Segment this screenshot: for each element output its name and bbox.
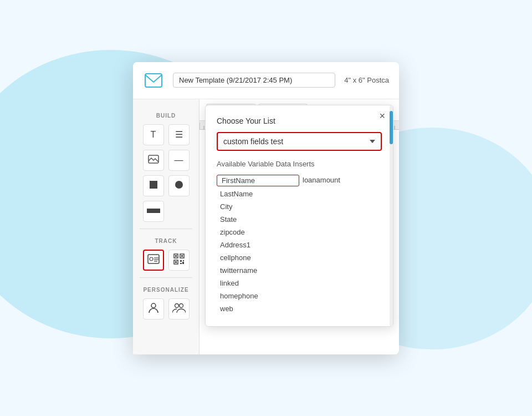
scroll-track xyxy=(390,105,393,326)
modal-title: Choose Your List xyxy=(217,116,382,125)
variable-item[interactable]: web xyxy=(217,302,299,315)
personalize-section-title: PERSONALIZE xyxy=(133,287,199,293)
variable-item[interactable]: City xyxy=(217,200,299,213)
circle-icon xyxy=(174,180,184,192)
svg-rect-13 xyxy=(175,255,177,257)
sidebar-divider-1 xyxy=(140,229,192,229)
svg-rect-20 xyxy=(180,263,182,264)
variable-item[interactable]: State xyxy=(217,213,299,226)
scroll-thumb xyxy=(390,111,393,144)
scroll-indicator[interactable] xyxy=(390,105,393,326)
variable-item[interactable]: twittername xyxy=(217,264,299,277)
svg-point-24 xyxy=(179,303,183,307)
track-icons-grid xyxy=(135,250,197,271)
svg-rect-6 xyxy=(147,209,160,213)
people-button[interactable] xyxy=(168,298,190,319)
contact-card-button[interactable] xyxy=(143,250,164,271)
svg-point-8 xyxy=(150,257,153,261)
sidebar-divider-2 xyxy=(140,277,192,278)
line-tool-button[interactable]: — xyxy=(168,150,190,171)
variable-item[interactable] xyxy=(299,186,382,191)
variable-item[interactable]: FirstName xyxy=(217,175,299,186)
variable-item[interactable]: Address1 xyxy=(217,239,299,251)
circle-tool-button[interactable] xyxy=(168,175,190,196)
modal-close-button[interactable]: × xyxy=(379,111,385,121)
variable-item[interactable]: linked xyxy=(217,277,299,290)
variable-item[interactable] xyxy=(299,222,382,226)
variable-item[interactable]: zipcode xyxy=(217,226,299,239)
app-body: BUILD T ☰ — xyxy=(133,99,399,354)
mail-icon xyxy=(143,70,164,91)
variable-item[interactable] xyxy=(299,226,382,231)
image-icon xyxy=(148,155,159,166)
modal-choose-list: × Choose Your List custom fields testLis… xyxy=(205,105,393,327)
variable-grid: FirstNameLastNameCityStatezipcodeAddress… xyxy=(217,174,382,315)
svg-rect-4 xyxy=(150,181,157,189)
modal-overlay: × Choose Your List custom fields testLis… xyxy=(200,99,399,354)
variable-item[interactable] xyxy=(299,191,382,195)
app-header: 4" x 6" Postca xyxy=(133,62,399,99)
qr-code-button[interactable] xyxy=(168,250,190,271)
svg-rect-15 xyxy=(181,255,183,257)
wide-rect-icon xyxy=(146,206,161,216)
build-icons-grid: T ☰ — xyxy=(135,124,197,222)
svg-rect-18 xyxy=(180,260,182,262)
rect-icon xyxy=(149,180,158,192)
svg-point-23 xyxy=(175,303,178,307)
build-section-title: BUILD xyxy=(133,113,199,119)
svg-rect-19 xyxy=(183,260,184,261)
main-editor: Edit Front Edit Back /* rendered in CSS … xyxy=(200,99,399,354)
track-section-title: TRACK xyxy=(133,238,199,244)
variable-item[interactable] xyxy=(299,217,382,222)
text-tool-button[interactable]: T xyxy=(143,124,164,145)
contact-card-icon xyxy=(147,254,160,266)
list-select[interactable]: custom fields testList AList B xyxy=(217,132,382,151)
variable-item[interactable] xyxy=(299,209,382,213)
variable-item[interactable]: LastName xyxy=(217,187,299,200)
variable-item[interactable]: loanamount xyxy=(299,174,382,186)
svg-rect-17 xyxy=(175,261,177,263)
wide-rect-tool-button[interactable] xyxy=(143,201,164,222)
template-name-input[interactable] xyxy=(173,73,335,88)
app-window: 4" x 6" Postca BUILD T ☰ — xyxy=(133,62,399,354)
list-tool-button[interactable]: ☰ xyxy=(168,124,190,145)
variable-item[interactable]: cellphone xyxy=(217,251,299,264)
line-icon: — xyxy=(175,155,183,165)
variable-item[interactable] xyxy=(299,213,382,217)
variable-item[interactable]: homephone xyxy=(217,290,299,302)
personalize-icons-grid xyxy=(135,298,197,319)
svg-point-5 xyxy=(175,181,183,189)
text-icon: T xyxy=(151,130,156,140)
variable-item[interactable] xyxy=(299,204,382,209)
person-icon xyxy=(149,302,158,316)
sidebar: BUILD T ☰ — xyxy=(133,99,200,354)
svg-point-22 xyxy=(151,303,156,308)
qr-code-icon xyxy=(173,253,185,267)
people-icon xyxy=(172,302,186,316)
svg-rect-2 xyxy=(145,74,162,87)
person-button[interactable] xyxy=(143,298,164,319)
list-icon: ☰ xyxy=(175,129,183,140)
variable-item[interactable] xyxy=(299,195,382,200)
image-tool-button[interactable] xyxy=(143,150,164,171)
variable-section-title: Available Variable Data Inserts xyxy=(217,160,382,168)
postcard-size-label: 4" x 6" Postca xyxy=(344,76,389,84)
rect-tool-button[interactable] xyxy=(143,175,164,196)
svg-rect-21 xyxy=(182,262,184,264)
variable-item[interactable] xyxy=(299,200,382,204)
